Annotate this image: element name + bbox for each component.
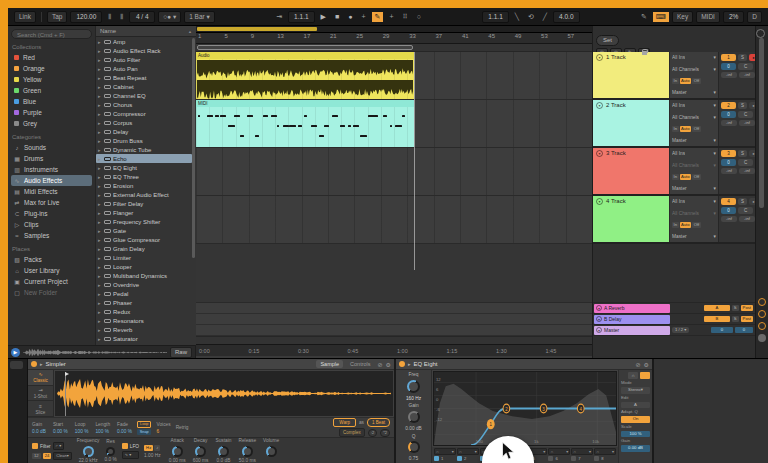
stop-button[interactable]: ■ — [332, 12, 342, 22]
monitor-in-button[interactable]: In — [672, 126, 679, 132]
monitor-off-button[interactable]: Off — [692, 126, 701, 132]
band-enable-checkbox[interactable] — [548, 456, 553, 461]
device-title[interactable]: Simpler — [46, 361, 66, 367]
vertical-scrollbar[interactable] — [755, 26, 768, 358]
expand-triangle-icon[interactable]: ▸ — [98, 165, 102, 171]
eq-curve-display[interactable]: 1 2 3 4 12 6 0 -6 — [433, 371, 617, 446]
return-track-header[interactable]: ▾ A Reverb A S Post — [593, 303, 755, 314]
envelope-knob[interactable] — [195, 446, 206, 457]
sample-param[interactable]: Gain 0.0 dB — [32, 421, 46, 435]
sample-param[interactable]: Start 0.00 % — [53, 421, 68, 435]
expand-triangle-icon[interactable]: ▸ — [98, 300, 102, 306]
filter-freq-value[interactable]: 22.0 kHz — [79, 458, 98, 463]
device-list-item[interactable]: ▸ Saturator — [96, 334, 192, 343]
quantize-menu[interactable]: 1 Bar ▾ — [184, 11, 215, 23]
expand-triangle-icon[interactable]: ▸ — [98, 291, 102, 297]
device-list-item[interactable]: ▸ Filter Delay — [96, 199, 192, 208]
expand-triangle-icon[interactable]: ▸ — [98, 48, 102, 54]
device-list-item[interactable]: ▸ Drum Buss — [96, 136, 192, 145]
sample-param[interactable]: Loop 100 % — [75, 421, 89, 435]
midi-map-button[interactable]: MIDI — [696, 11, 720, 23]
device-list-item[interactable]: ▸ Phaser — [96, 298, 192, 307]
track-activator[interactable]: 4 — [721, 198, 736, 205]
slope-24-button[interactable]: 24 — [43, 453, 52, 459]
category-item[interactable]: ▤ Midi Effects — [11, 186, 92, 197]
band-shape-select[interactable]: ∩▾ — [594, 448, 616, 455]
expand-triangle-icon[interactable]: ▸ — [98, 156, 102, 162]
device-title[interactable]: EQ Eight — [414, 361, 438, 367]
device-list-item[interactable]: ▸ Reverb — [96, 325, 192, 334]
preview-play-icon[interactable]: ▶ — [11, 348, 20, 357]
output-select[interactable]: Master — [672, 90, 687, 95]
master-output-select[interactable]: 1 / 2 ▾ — [672, 327, 689, 333]
track-name[interactable]: 1 Track — [606, 54, 626, 60]
loop-switch-icon[interactable]: ⟲ — [525, 12, 537, 22]
return-b-lane[interactable] — [196, 314, 592, 325]
expand-triangle-icon[interactable]: ▸ — [98, 84, 102, 90]
preview-waveform[interactable] — [23, 348, 167, 357]
band-shape-select[interactable]: ∩▾ — [571, 448, 593, 455]
pan-knob[interactable]: 0 — [721, 159, 736, 166]
band-enable-checkbox[interactable] — [594, 456, 599, 461]
device-list-item[interactable]: ▸ Resonators — [96, 316, 192, 325]
track-2-lane[interactable]: MIDI — [196, 100, 592, 148]
crossfade-assign[interactable]: C — [738, 207, 753, 214]
sample-start-marker[interactable] — [65, 372, 66, 416]
device-list-item[interactable]: ▸ Frequency Shifter — [96, 217, 192, 226]
device-list-item[interactable]: ▸ Compressor — [96, 109, 192, 118]
envelope-param[interactable]: Sustain 0.0 dB — [215, 438, 231, 463]
back-to-arrangement-icon[interactable] — [756, 29, 765, 38]
input-channel-select[interactable]: All Channels — [672, 67, 699, 72]
envelope-knob[interactable] — [218, 446, 229, 457]
track-fold-icon[interactable]: ▾ — [596, 198, 603, 205]
device-list-item[interactable]: ▸ Limiter — [96, 253, 192, 262]
device-list-item[interactable]: ▸ Overdrive — [96, 280, 192, 289]
device-list-item[interactable]: ▸ EQ Eight — [96, 163, 192, 172]
solo-button[interactable]: S — [738, 198, 747, 205]
expand-triangle-icon[interactable]: ▸ — [98, 210, 102, 216]
device-fold-icon[interactable]: ▸ — [408, 361, 411, 367]
expand-triangle-icon[interactable]: ▸ — [98, 174, 102, 180]
hotswap-icon[interactable]: ⊘ — [378, 361, 383, 368]
return-track-header[interactable]: ▾ B Delay B S Post — [593, 314, 755, 325]
input-type-select[interactable]: All Ins — [672, 199, 685, 204]
device-list-item[interactable]: ▸ Chorus — [96, 100, 192, 109]
empty-lane-area[interactable] — [196, 244, 592, 303]
mode-slice-tab[interactable]: ≡Slice — [28, 401, 53, 417]
expand-triangle-icon[interactable]: ▸ — [98, 192, 102, 198]
volume-field[interactable]: -inf — [721, 72, 737, 78]
track-activator[interactable]: 1 — [721, 54, 736, 61]
device-list-item[interactable]: ▸ Redux — [96, 307, 192, 316]
computer-midi-keyboard-icon[interactable]: ⌨ — [653, 12, 669, 22]
device-activator-led[interactable] — [399, 361, 405, 367]
track-header[interactable]: ▾ 3 Track All Ins▾ All Channels▾ In Auto… — [593, 148, 755, 196]
monitor-auto-button[interactable]: Auto — [680, 126, 692, 132]
double-tempo-button[interactable]: *2 — [380, 429, 390, 437]
nudge-up-icon[interactable]: ⫴ — [117, 12, 126, 22]
category-item[interactable]: ∿ Audio Effects — [11, 175, 92, 186]
zoom-circle-icon[interactable] — [758, 310, 766, 318]
master-lane[interactable] — [196, 325, 592, 336]
device-list-item[interactable]: ▸ Beat Repeat — [96, 73, 192, 82]
track-name[interactable]: 4 Track — [606, 198, 626, 204]
pan-knob[interactable]: 0 — [721, 63, 736, 70]
input-channel-select[interactable]: All Channels — [672, 115, 699, 120]
crossfade-assign[interactable]: C — [738, 111, 753, 118]
expand-triangle-icon[interactable]: ▸ — [98, 282, 102, 288]
band-enable-checkbox[interactable] — [434, 456, 439, 461]
eq-edit-button[interactable]: A — [621, 402, 650, 409]
category-item[interactable]: ⇄ Max for Live — [11, 197, 92, 208]
expand-triangle-icon[interactable]: ▸ — [98, 237, 102, 243]
loop-brace[interactable] — [197, 45, 413, 50]
band-shape-select[interactable]: ∩▾ — [457, 448, 479, 455]
master-track-header[interactable]: ▾ Master 1 / 2 ▾ 0 0 — [593, 325, 755, 336]
sort-arrow-icon[interactable]: ▲ — [188, 29, 192, 34]
midi-overdub-icon[interactable]: ✎ — [372, 12, 384, 22]
tab-controls[interactable]: Controls — [346, 360, 374, 368]
collection-item[interactable]: Yellow — [11, 74, 92, 85]
set-button[interactable]: Set — [596, 35, 619, 46]
raw-button[interactable]: Raw — [170, 347, 192, 358]
device-list-item[interactable]: ▸ Gate — [96, 226, 192, 235]
return-post-toggle[interactable]: Post — [741, 305, 753, 311]
eq-gain-knob[interactable] — [408, 411, 420, 423]
